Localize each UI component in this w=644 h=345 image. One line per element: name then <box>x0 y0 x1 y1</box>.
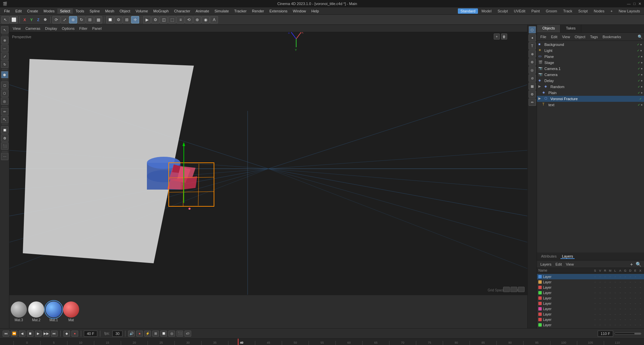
fps-display[interactable]: 30 <box>112 331 122 337</box>
layer-row-8[interactable]: Layer ·· ·· ·· ·· ·· <box>537 312 644 317</box>
menu-tracker[interactable]: Tracker <box>231 8 249 14</box>
layer-row-10[interactable]: Layer ·· ·· ·· ·· ·· <box>537 322 644 328</box>
left-btn-paint[interactable]: ✏ <box>1 108 8 115</box>
layers-search-icon[interactable]: 🔍 <box>634 262 643 267</box>
vp-add-btn[interactable]: + <box>494 33 500 40</box>
obj-row-random[interactable]: ▶ ◈ Random ✓ ● <box>537 84 644 90</box>
layer-row-9[interactable]: Layer ·· ·· ·· ·· ·· <box>537 317 644 322</box>
obj-row-camera[interactable]: 📷 Camera ✓ ● <box>537 72 644 78</box>
right-icon-pen[interactable]: ✏ <box>529 98 536 106</box>
btn-view-a[interactable]: A <box>210 16 218 23</box>
right-icon-text[interactable]: T <box>529 42 536 50</box>
left-btn-sculpt[interactable]: ⛏ <box>1 116 8 123</box>
frame-ruler[interactable]: 0 5 10 15 20 25 30 35 40 45 50 55 60 65 … <box>0 338 644 345</box>
menu-animate[interactable]: Animate <box>193 8 212 14</box>
btn-move-mode[interactable]: ⊕ <box>69 16 77 23</box>
obj-row-background[interactable]: ■ Background ✓ ● <box>537 42 644 48</box>
left-btn-rotate[interactable]: ↻ <box>1 61 8 68</box>
tl-btn-motion[interactable]: ⚡ <box>144 331 151 337</box>
layout-tab-groom[interactable]: Groom <box>543 8 560 14</box>
left-btn-scale[interactable]: ⤢ <box>1 53 8 60</box>
obj-toolbar-edit[interactable]: Edit <box>549 35 559 39</box>
layout-tab-track[interactable]: Track <box>560 8 575 14</box>
btn-live-select[interactable]: ↖ <box>1 16 9 23</box>
menu-window[interactable]: Window <box>290 8 309 14</box>
layout-tab-uvedit[interactable]: UVEdit <box>511 8 528 14</box>
left-btn-more[interactable]: ⋯ <box>1 153 8 160</box>
window-controls[interactable]: — □ ✕ <box>627 2 641 6</box>
end-frame-display[interactable]: 110 F <box>598 331 613 337</box>
menu-volume[interactable]: Volume <box>133 8 151 14</box>
material-mat1[interactable]: Mat.1 <box>46 301 62 322</box>
vp-layout-4[interactable] <box>518 287 525 292</box>
menu-render[interactable]: Render <box>249 8 267 14</box>
menu-help[interactable]: Help <box>309 8 322 14</box>
right-icon-world[interactable]: ◎ <box>529 66 536 74</box>
vp-menu-filter[interactable]: Filter <box>77 25 89 32</box>
layout-tab-sculpt[interactable]: Sculpt <box>495 8 511 14</box>
vp-delete-btn[interactable]: 🗑 <box>501 33 507 40</box>
btn-render-morph[interactable]: ⬚ <box>168 16 176 23</box>
left-btn-edge[interactable]: ⬡ <box>1 89 8 97</box>
btn-view-center[interactable]: ⊕ <box>193 16 201 23</box>
layer-row-2[interactable]: Layer ·· ·· ·· ·· ·· <box>537 279 644 285</box>
btn-mode-object[interactable]: ⬜ <box>10 16 18 23</box>
obj-toolbar-bookmarks[interactable]: Bookmarks <box>600 35 623 39</box>
axis-y-btn[interactable]: Y <box>28 16 35 23</box>
tl-scroll-bar[interactable] <box>614 333 641 335</box>
layers-tool-edit[interactable]: Edit <box>553 262 564 266</box>
right-icon-restrict[interactable]: ⊘ <box>529 74 536 82</box>
menu-simulate[interactable]: Simulate <box>212 8 232 14</box>
vp-layout-2[interactable] <box>511 287 517 292</box>
axis-world-btn[interactable]: ⊕ <box>42 16 49 23</box>
obj-row-light[interactable]: ☀ Light ✓ ● <box>537 48 644 54</box>
menu-character[interactable]: Character <box>171 8 193 14</box>
tab-attributes[interactable]: Attributes <box>540 254 558 259</box>
layer-row-6[interactable]: Layer ·· ·· ·· ·· ·· <box>537 301 644 306</box>
layers-tool-view[interactable]: View <box>564 262 576 266</box>
layer-row-1[interactable]: Layer · · · · · · · · · · <box>537 274 644 279</box>
right-icon-create[interactable]: ⊕ <box>529 50 536 58</box>
obj-row-voronoi[interactable]: ▶ ⬡ Voronoi Fracture ✓ <box>537 96 644 102</box>
menu-tools[interactable]: Tools <box>73 8 87 14</box>
tl-btn-prev[interactable]: ◀ <box>19 331 25 337</box>
current-frame-display[interactable]: 40 F <box>84 331 97 337</box>
btn-view-solo[interactable]: ◉ <box>202 16 210 23</box>
tab-objects[interactable]: Objects <box>537 25 560 32</box>
tl-btn-play[interactable]: ▶ <box>35 331 42 337</box>
layout-tab-newlayouts[interactable]: New Layouts <box>616 8 643 14</box>
menu-select[interactable]: Select <box>57 8 73 14</box>
minimize-button[interactable]: — <box>627 2 631 6</box>
btn-rotate-band[interactable]: ⟳ <box>52 16 60 23</box>
obj-row-text[interactable]: T text ✓ ● <box>537 102 644 108</box>
tl-btn-keyframe[interactable]: ◆ <box>63 331 70 337</box>
axis-z-btn[interactable]: Z <box>35 16 42 23</box>
btn-render-view[interactable]: ▶ <box>143 16 151 23</box>
menu-edit[interactable]: Edit <box>13 8 24 14</box>
tl-btn-record2[interactable]: ● <box>136 331 143 337</box>
obj-toolbar-tags[interactable]: Tags <box>588 35 600 39</box>
maximize-button[interactable]: □ <box>633 2 636 6</box>
material-mat[interactable]: Mat <box>63 301 79 322</box>
close-button[interactable]: ✕ <box>638 2 641 6</box>
tl-btn-record[interactable]: ● <box>71 331 78 337</box>
menu-create[interactable]: Create <box>24 8 41 14</box>
obj-toolbar-view[interactable]: View <box>560 35 572 39</box>
right-icon-objects[interactable]: ⬡ <box>529 26 536 33</box>
obj-row-plain[interactable]: ◈ Plain ✓ ● <box>537 90 644 96</box>
left-btn-brush[interactable]: ⬢ <box>1 71 8 78</box>
layout-tab-script[interactable]: Script <box>576 8 590 14</box>
tl-btn-onion[interactable]: ◎ <box>168 331 175 337</box>
btn-axis-center[interactable]: ✛ <box>131 16 139 23</box>
obj-search-icon[interactable]: 🔍 <box>638 34 643 39</box>
btn-snap-enable[interactable]: 🔲 <box>106 16 114 23</box>
material-mat2[interactable]: Mat.2 <box>28 301 44 322</box>
right-icon-attributes[interactable]: ✦ <box>529 34 536 42</box>
obj-toolbar-object[interactable]: Object <box>573 35 587 39</box>
layers-add-btn[interactable]: + <box>629 262 634 267</box>
menu-spline[interactable]: Spline <box>87 8 103 14</box>
tl-btn-step[interactable]: ⊞ <box>152 331 159 337</box>
layer-row-3[interactable]: Layer ·· ·· ·· ·· ·· <box>537 285 644 290</box>
layer-row-7[interactable]: Layer ·· ·· ·· ·· ·· <box>537 306 644 312</box>
btn-view-3d[interactable]: ⟲ <box>185 16 193 23</box>
